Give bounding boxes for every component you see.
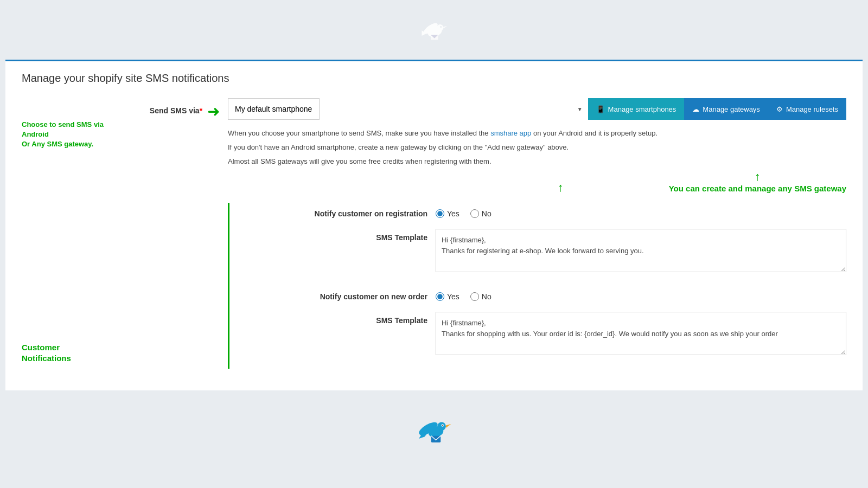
customer-notifications-label: CustomerNotifications [22, 342, 71, 363]
gateway-annotation-block: ↑ You can create and manage any SMS gate… [669, 170, 846, 193]
new-order-no-text: No [482, 292, 492, 301]
dropdown-btn-row: My default smartphone 📱 Manage smartphon… [228, 98, 846, 120]
bottom-footer [0, 390, 868, 466]
registration-no-radio[interactable] [470, 209, 479, 218]
send-sms-label: Send SMS via* [150, 106, 202, 115]
registration-yes-text: Yes [447, 209, 459, 218]
registration-no-label[interactable]: No [470, 209, 492, 218]
up-arrow-icon: ↑ [558, 181, 564, 195]
annotation-line2: Or Any SMS gateway. [22, 140, 93, 148]
svg-point-13 [442, 425, 443, 426]
smshare-link[interactable]: smshare app [490, 129, 531, 137]
smartphone-select[interactable]: My default smartphone [228, 98, 320, 120]
dropdown-wrapper: My default smartphone [228, 98, 588, 120]
page-title: Manage your shopify site SMS notificatio… [22, 72, 846, 85]
rulesets-btn-label: Manage rulesets [786, 105, 838, 113]
new-order-template-textarea[interactable]: Hi {firstname}, Thanks for shopping with… [436, 312, 846, 355]
registration-radio-group: Yes No [436, 209, 492, 218]
new-order-yes-text: Yes [447, 292, 459, 301]
rulesets-icon: ⚙ [776, 105, 783, 113]
new-order-radio-group: Yes No [436, 292, 492, 301]
svg-point-10 [437, 422, 446, 431]
new-order-row: Notify customer on new order Yes No [229, 286, 846, 307]
sidebar-label-col: CustomerNotifications [22, 203, 228, 369]
smartphones-btn-label: Manage smartphones [608, 105, 676, 113]
new-order-yes-label[interactable]: Yes [436, 292, 459, 301]
registration-template-label: SMS Template [229, 229, 436, 242]
required-star: * [200, 106, 202, 115]
registration-template-textarea[interactable]: Hi {firstname}, Thanks for registering a… [436, 229, 846, 272]
gateways-btn-label: Manage gateways [703, 105, 760, 113]
manage-gateways-button[interactable]: ☁ Manage gateways [684, 98, 768, 120]
gateway-annotation-container: ↑ ↑ You can create and manage any SMS ga… [228, 170, 846, 195]
send-sms-label-col: Send SMS via* ➜ Choose to send SMS via A… [22, 98, 228, 120]
new-order-label: Notify customer on new order [229, 292, 436, 301]
svg-marker-3 [443, 26, 447, 29]
annotation-line1: Choose to send SMS via Android [22, 120, 104, 138]
registration-block: Notify customer on registration Yes No [229, 203, 846, 280]
logo-bird-bottom [415, 412, 453, 450]
annotation-left: Choose to send SMS via Android Or Any SM… [22, 120, 130, 150]
bottom-section: CustomerNotifications Notify customer on… [22, 203, 846, 369]
registration-no-text: No [482, 209, 492, 218]
top-header [0, 0, 868, 60]
right-col: My default smartphone 📱 Manage smartphon… [228, 98, 846, 195]
registration-template-row: SMS Template Hi {firstname}, Thanks for … [229, 224, 846, 280]
gateway-vertical-arrow: ↑ [669, 170, 846, 184]
info-line1: When you choose your smartphone to send … [228, 128, 846, 139]
info-line2: If you don't have an Android smartphone,… [228, 142, 846, 153]
main-container: Manage your shopify site SMS notificatio… [5, 60, 863, 390]
info-line3: Almost all SMS gateways will give you so… [228, 156, 846, 168]
new-order-template-label: SMS Template [229, 312, 436, 325]
new-order-yes-radio[interactable] [436, 292, 444, 301]
annotation-right: You can create and manage any SMS gatewa… [669, 184, 846, 193]
new-order-template-row: SMS Template Hi {firstname}, Thanks for … [229, 307, 846, 363]
section-with-sidebar: CustomerNotifications Notify customer on… [22, 203, 846, 369]
new-order-no-radio[interactable] [470, 292, 479, 301]
logo-bird-top [418, 16, 450, 49]
manage-rulesets-button[interactable]: ⚙ Manage rulesets [768, 98, 846, 120]
new-order-block: Notify customer on new order Yes No [229, 286, 846, 363]
registration-label: Notify customer on registration [229, 209, 436, 218]
svg-point-2 [437, 24, 443, 31]
smartphone-icon: 📱 [596, 105, 605, 113]
svg-point-5 [440, 26, 442, 28]
svg-marker-11 [446, 424, 451, 428]
send-sms-arrow: ➜ [207, 102, 220, 120]
cloud-icon: ☁ [692, 105, 699, 113]
toolbar-buttons: 📱 Manage smartphones ☁ Manage gateways ⚙… [588, 98, 846, 120]
registration-yes-label[interactable]: Yes [436, 209, 459, 218]
registration-yes-radio[interactable] [436, 209, 444, 218]
notifications-content: Notify customer on registration Yes No [228, 203, 846, 369]
manage-smartphones-button[interactable]: 📱 Manage smartphones [588, 98, 685, 120]
new-order-no-label[interactable]: No [470, 292, 492, 301]
send-sms-row: Send SMS via* ➜ Choose to send SMS via A… [22, 98, 846, 195]
send-sms-text: Send SMS via [150, 106, 200, 115]
registration-row: Notify customer on registration Yes No [229, 203, 846, 224]
